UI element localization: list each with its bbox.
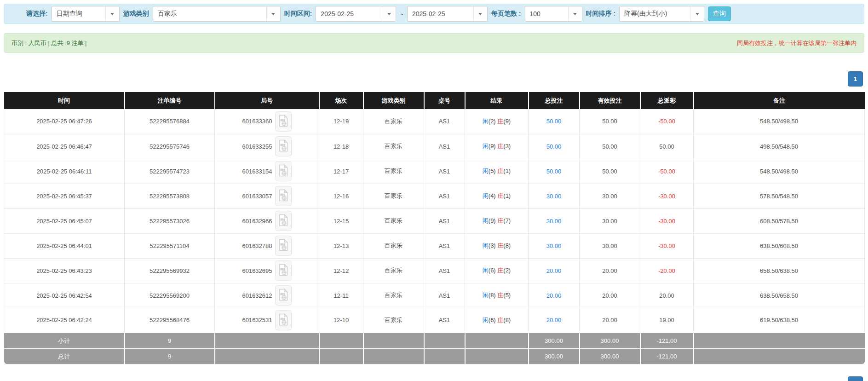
video-record-button[interactable]: [275, 186, 292, 206]
round-cell: 601633360: [215, 109, 319, 134]
payout-cell: 19.00: [640, 308, 694, 333]
page-size-label: 每页笔数 :: [491, 10, 521, 18]
table-no-cell: AS1: [424, 109, 465, 134]
bet-records-table: 时间注单编号局号场次游戏类别桌号结果总投注有效投注总派彩备注 2025-02-2…: [4, 92, 864, 364]
page-1-button[interactable]: 1: [848, 376, 863, 381]
video-record-button[interactable]: [275, 236, 292, 256]
video-record-button[interactable]: [275, 260, 292, 281]
page-1-button[interactable]: 1: [848, 71, 863, 87]
page-size-select[interactable]: 100: [525, 6, 582, 22]
video-record-button[interactable]: [275, 310, 292, 330]
time-cell: 2025-02-25 06:42:24: [4, 308, 125, 333]
round-cell: 601632695: [215, 258, 319, 283]
video-record-button[interactable]: [275, 111, 292, 132]
remark-cell: 619.50/638.50: [694, 308, 865, 333]
bet-id-cell: 522295573026: [125, 208, 215, 233]
header-col-2: 局号: [215, 92, 319, 109]
table-header-row: 时间注单编号局号场次游戏类别桌号结果总投注有效投注总派彩备注: [4, 92, 865, 109]
result-banker: 庄: [497, 118, 503, 125]
time-cell: 2025-02-25 06:47:26: [4, 109, 125, 134]
round-cell: 601632788: [215, 233, 319, 258]
sort-select[interactable]: 降幂(由大到小): [619, 6, 704, 22]
video-record-button[interactable]: [275, 211, 292, 231]
bet-id-cell: 522295569932: [125, 258, 215, 283]
remark-cell: 658.50/638.50: [694, 258, 865, 283]
video-record-button[interactable]: [275, 285, 292, 306]
result-cell: 闲(3) 庄(8): [465, 233, 529, 258]
valid-bet-cell: 20.00: [580, 308, 640, 333]
remark-cell: 548.50/498.50: [694, 109, 865, 134]
video-record-button[interactable]: [275, 161, 292, 181]
subtotal-row-empty: [465, 333, 529, 349]
total-bet-cell: 50.00: [529, 134, 580, 159]
valid-bet-cell: 50.00: [580, 159, 640, 184]
result-cell: 闲(6) 庄(2): [465, 258, 529, 283]
total-bet-cell: 30.00: [529, 233, 580, 258]
select-label: 请选择:: [26, 10, 48, 18]
subtotal-row-payout: -121.00: [640, 333, 694, 349]
table-row: 2025-02-25 06:45:37522295573808601633057…: [4, 184, 865, 208]
sort-value: 降幂(由大到小): [620, 10, 690, 18]
filter-bar: 请选择: 日期查询 游戏类别 百家乐 时间区间: 2025-02-25 ~ 20…: [4, 4, 864, 24]
table-row: 2025-02-25 06:45:07522295573026601632966…: [4, 208, 865, 233]
table-row: 2025-02-25 06:47:26522295576884601633360…: [4, 109, 865, 134]
subtotal-row-remark: [694, 333, 865, 349]
game-category-select[interactable]: 百家乐: [153, 6, 281, 22]
result-player: 闲: [483, 242, 489, 249]
date-from-value: 2025-02-25: [316, 10, 382, 17]
result-player: 闲: [483, 292, 489, 299]
result-player: 闲: [483, 143, 489, 150]
header-col-8: 有效投注: [580, 92, 640, 109]
total-row-remark: [694, 349, 865, 364]
payout-cell: -50.00: [640, 159, 694, 184]
total-bet-cell: 20.00: [529, 308, 580, 333]
chevron-down-icon[interactable]: [105, 6, 119, 21]
video-record-icon: [278, 264, 288, 277]
result-player: 闲: [483, 267, 489, 274]
date-to-value: 2025-02-25: [408, 10, 473, 17]
date-to-select[interactable]: 2025-02-25: [407, 6, 488, 22]
session-cell: 12-13: [319, 233, 363, 258]
session-cell: 12-10: [319, 308, 363, 333]
table-no-cell: AS1: [424, 308, 465, 333]
payout-cell: -50.00: [640, 109, 694, 134]
subtotal-row-empty: [319, 333, 363, 349]
chevron-down-icon[interactable]: [690, 6, 704, 21]
chevron-down-icon[interactable]: [473, 6, 487, 21]
query-type-select[interactable]: 日期查询: [52, 6, 120, 22]
game-category-cell: 百家乐: [363, 134, 424, 159]
table-no-cell: AS1: [424, 233, 465, 258]
valid-bet-cell: 50.00: [580, 109, 640, 134]
result-cell: 闲(4) 庄(1): [465, 184, 529, 208]
valid-bet-cell: 30.00: [580, 184, 640, 208]
result-player: 闲: [483, 192, 489, 199]
currency-summary-text: 币别 : 人民币 | 总共 :9 注单 |: [11, 39, 87, 47]
total-bet-cell: 30.00: [529, 208, 580, 233]
bet-id-cell: 522295571104: [125, 233, 215, 258]
date-from-select[interactable]: 2025-02-25: [316, 6, 396, 22]
result-banker: 庄: [497, 143, 503, 150]
header-col-5: 桌号: [424, 92, 465, 109]
total-row-valid-bet: 300.00: [580, 349, 640, 364]
game-category-cell: 百家乐: [363, 308, 424, 333]
subtotal-row-label: 小计: [4, 333, 125, 349]
payout-cell: 20.00: [640, 283, 694, 308]
session-cell: 12-16: [319, 184, 363, 208]
video-record-button[interactable]: [275, 136, 292, 156]
sort-label: 时间排序 :: [586, 10, 616, 18]
total-bet-cell: 20.00: [529, 283, 580, 308]
remark-cell: 578.50/548.50: [694, 184, 865, 208]
search-button[interactable]: 查询: [708, 6, 731, 21]
table-row: 2025-02-25 06:42:54522295569200601632612…: [4, 283, 865, 308]
time-cell: 2025-02-25 06:46:11: [4, 159, 125, 184]
table-no-cell: AS1: [424, 159, 465, 184]
game-category-cell: 百家乐: [363, 233, 424, 258]
summary-bar: 币别 : 人民币 | 总共 :9 注单 | 同局有效投注，统一计算在该局第一张注…: [4, 33, 864, 53]
chevron-down-icon[interactable]: [382, 6, 396, 21]
chevron-down-icon[interactable]: [266, 6, 280, 21]
chevron-down-icon[interactable]: [568, 6, 582, 21]
total-row-count: 9: [125, 349, 215, 364]
result-cell: 闲(2) 庄(9): [465, 109, 529, 134]
game-category-cell: 百家乐: [363, 159, 424, 184]
remark-cell: 548.50/498.50: [694, 159, 865, 184]
